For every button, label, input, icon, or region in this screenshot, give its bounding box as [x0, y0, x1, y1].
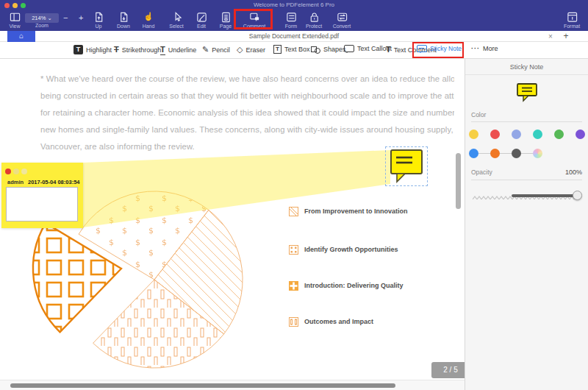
annotation-toolbar: T Highlight T Strikethrough T Underline …: [0, 42, 588, 59]
sticky-note-properties-panel: Sticky Note Color Opacity 100%: [465, 59, 588, 390]
opacity-section-label: Opacity: [471, 169, 492, 176]
legend-item: Introduction: Delivering Quality: [289, 280, 404, 291]
format-panel-icon: [556, 11, 588, 23]
tool-shapes[interactable]: Shapes: [311, 45, 346, 54]
text-box-icon: T: [273, 45, 282, 54]
document-page: * What we've heard over the course of th…: [0, 59, 465, 390]
legend-label: Introduction: Delivering Quality: [304, 282, 404, 289]
color-swatch-green[interactable]: [554, 130, 564, 139]
tool-pencil[interactable]: ✎ Pencil: [202, 45, 230, 54]
opacity-slider-handle[interactable]: [573, 191, 582, 200]
popup-close-button[interactable]: [5, 169, 11, 174]
highlight-icon: T: [74, 45, 83, 54]
opacity-slider-fill: [512, 194, 576, 197]
tool-strikethrough[interactable]: T Strikethrough: [114, 45, 161, 54]
toolbar-button-label: Page: [209, 23, 242, 29]
chevron-down-icon: ⌄: [47, 15, 51, 21]
strikethrough-icon: T: [114, 45, 119, 54]
tool-label: Highlight: [86, 46, 112, 54]
horizontal-scrollbar-track[interactable]: [0, 380, 465, 390]
zoom-group-label: Zoom: [25, 23, 59, 28]
popup-dot-icon: [21, 169, 27, 174]
color-section-label: Color: [471, 111, 486, 118]
more-dots-icon: ···: [471, 45, 480, 52]
horizontal-scrollbar-thumb[interactable]: [10, 383, 395, 388]
note-text-input[interactable]: [6, 187, 78, 221]
divider: [471, 121, 582, 122]
toolbar-button-label: Comment: [238, 23, 270, 29]
tool-underline[interactable]: T Underline: [160, 45, 196, 55]
toolbar-button-label: Convert: [326, 23, 358, 29]
color-swatch-orange[interactable]: [490, 149, 500, 158]
toolbar-button-format[interactable]: Format: [556, 11, 588, 29]
underline-icon: T: [160, 45, 165, 55]
sticky-note-preview-icon: [516, 82, 538, 105]
opacity-value: 100%: [565, 169, 582, 176]
tool-label: Underline: [168, 46, 197, 54]
divider: [471, 180, 582, 180]
document-tab[interactable]: Sample Document Extended.pdf: [0, 31, 588, 42]
tool-eraser[interactable]: ◇ Eraser: [237, 45, 265, 54]
tool-label: Text Box: [284, 46, 310, 53]
color-swatch-periwinkle[interactable]: [512, 130, 521, 139]
opacity-slider-track[interactable]: [473, 191, 581, 205]
tool-text-box[interactable]: T Text Box: [273, 45, 309, 54]
pie-slice-squares-exploded: [33, 223, 121, 332]
divider: [473, 153, 538, 154]
close-tab-button[interactable]: ×: [545, 31, 556, 42]
legend-item: From Improvement to Innovation: [289, 206, 408, 216]
page-indicator-badge: 2 / 5: [431, 362, 465, 378]
zoom-out-button[interactable]: −: [63, 13, 68, 23]
note-timestamp: 2017-05-04 08:03:54: [28, 179, 79, 185]
main-toolbar: View 214% ⌄ − + Zoom Up Down ☝ Hand Sele…: [0, 10, 588, 31]
color-swatch-red[interactable]: [490, 130, 500, 139]
document-paragraph: * What we've heard over the course of th…: [40, 71, 454, 155]
color-swatch-yellow[interactable]: [469, 130, 478, 139]
tool-highlight[interactable]: T Highlight: [74, 45, 112, 54]
toolbar-button-convert[interactable]: Convert: [326, 11, 358, 29]
document-text-line: being constructed in certain areas so th…: [40, 88, 454, 104]
sticky-note-popup[interactable]: admin 2017-05-04 08:03:54: [1, 163, 83, 228]
toolbar-button-comment[interactable]: Comment: [238, 11, 270, 29]
pie-slice-dollars: [79, 191, 209, 280]
color-swatch-gray[interactable]: [512, 149, 521, 158]
toolbar-button-page[interactable]: Page: [209, 11, 242, 29]
text-comment-icon: T: [386, 45, 391, 54]
legend-swatch-plus-icon: [289, 281, 298, 291]
tab-bar: ⌂ Sample Document Extended.pdf × +: [0, 31, 588, 42]
pie-slice-dashes: [93, 280, 224, 368]
tool-label: More: [483, 45, 498, 52]
sticky-note-annotation[interactable]: [385, 146, 428, 186]
color-swatch-purple[interactable]: [576, 130, 585, 139]
document-text-line: * What we've heard over the course of th…: [40, 71, 454, 88]
vertical-scrollbar[interactable]: [456, 153, 461, 209]
tool-label: Sticky Note: [430, 45, 462, 52]
color-swatch-blue[interactable]: [469, 149, 478, 158]
tool-label: Shapes: [323, 46, 346, 53]
legend-label: From Improvement to Innovation: [304, 208, 408, 215]
legend-swatch-diagonal-icon: [289, 207, 298, 216]
text-callout-icon: [344, 45, 354, 52]
document-text-line: new homes and single-family land values.…: [40, 121, 454, 138]
legend-item: Identify Growth Opportunities: [289, 244, 398, 255]
tool-text-callout[interactable]: Text Callout: [344, 45, 392, 52]
document-text-line: for retaining a character home. Economic…: [40, 104, 454, 121]
tool-label: Strikethrough: [122, 46, 162, 54]
toolbar-button-label: Format: [556, 23, 588, 29]
popup-dot-icon: [13, 169, 19, 174]
zoom-level-select[interactable]: 214% ⌄: [25, 13, 59, 23]
note-author: admin: [7, 179, 24, 185]
legend-label: Outcomes and Impact: [304, 318, 373, 325]
pencil-icon: ✎: [202, 45, 209, 54]
page-icon: [209, 11, 242, 23]
color-swatch-custom-wheel[interactable]: [533, 149, 542, 158]
tool-label: Eraser: [245, 46, 265, 54]
add-tab-button[interactable]: +: [560, 31, 572, 42]
pdfelement-window: Welcome to PDFelement 6 Pro View 214% ⌄ …: [0, 0, 588, 390]
legend-swatch-squares-icon: [289, 245, 298, 255]
tool-more[interactable]: ··· More: [471, 45, 498, 52]
tool-sticky-note[interactable]: Sticky Note: [417, 45, 462, 52]
zoom-value: 214%: [32, 15, 46, 21]
color-swatch-teal[interactable]: [533, 130, 542, 139]
sticky-note-glyph-icon: [386, 147, 427, 185]
